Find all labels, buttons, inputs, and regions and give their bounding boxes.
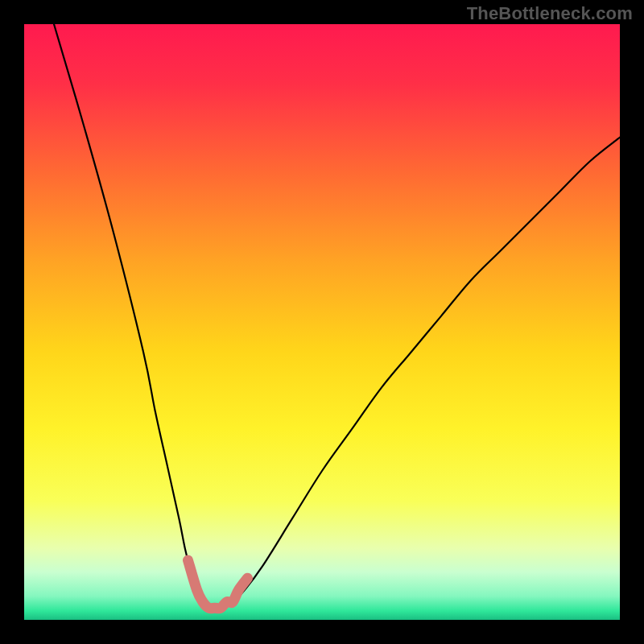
watermark-text: TheBottleneck.com bbox=[467, 3, 633, 24]
bottleneck-curve bbox=[54, 24, 620, 609]
plot-area bbox=[24, 24, 620, 620]
chart-frame: TheBottleneck.com bbox=[0, 0, 644, 644]
curve-layer bbox=[24, 24, 620, 620]
bottleneck-minimum-highlight bbox=[188, 560, 248, 609]
